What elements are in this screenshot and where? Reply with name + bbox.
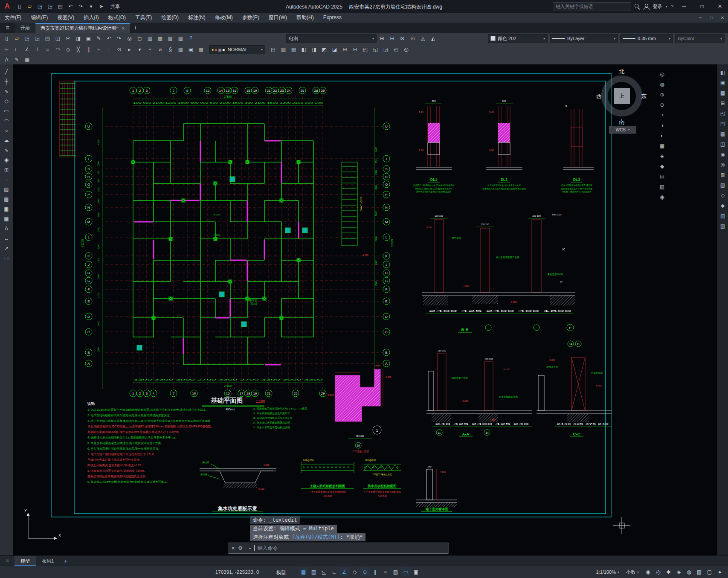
tab-drawing[interactable]: 西安市某27层剪力墙住宅结构设计图* ✕: [35, 23, 131, 33]
user-avatar-icon[interactable]: [644, 3, 650, 10]
viewcube-north[interactable]: 北: [598, 68, 646, 76]
region-icon[interactable]: ▣: [2, 204, 12, 213]
copy-icon[interactable]: ◨: [73, 34, 83, 43]
layer-off-icon[interactable]: ◨: [309, 45, 319, 54]
units-button[interactable]: 小数 ▾: [624, 567, 641, 577]
lineweight-icon[interactable]: ≡: [380, 567, 390, 576]
menu-item-0[interactable]: 文件(F): [0, 13, 26, 23]
doc-restore-icon[interactable]: □: [706, 15, 717, 20]
infer-icon[interactable]: ◺: [319, 567, 329, 576]
tab-model[interactable]: 模型: [15, 556, 36, 566]
model-space-button[interactable]: 模型: [276, 569, 286, 576]
graphics-performance-icon[interactable]: ▧: [694, 568, 704, 577]
command-input-bar[interactable]: ✕ ⚙ ▸ 键入命令: [228, 543, 449, 554]
mirror-icon[interactable]: ◲: [381, 45, 391, 54]
menu-item-4[interactable]: 格式(O): [104, 13, 131, 23]
qnew-icon[interactable]: ▯: [2, 34, 12, 43]
designcenter-icon[interactable]: ▦: [155, 34, 165, 43]
menu-item-12[interactable]: Express: [319, 13, 346, 23]
group-icon[interactable]: ▦: [196, 45, 206, 54]
menu-item-8[interactable]: 修改(M): [210, 13, 238, 23]
menu-item-11[interactable]: 帮助(H): [292, 13, 319, 23]
notification-bell-icon[interactable]: ●: [715, 568, 725, 577]
offset-icon[interactable]: ◵: [401, 45, 411, 54]
maximize-button[interactable]: □: [695, 0, 709, 13]
mtext-icon[interactable]: A: [2, 224, 12, 233]
render-icon[interactable]: ◬: [418, 34, 428, 43]
paste-icon[interactable]: ▣: [84, 34, 93, 43]
move-icon[interactable]: ◰: [360, 45, 370, 54]
properties-icon[interactable]: ▥: [145, 34, 155, 43]
annotate-icon[interactable]: ⊟: [387, 34, 397, 43]
osnap-midpoint-icon[interactable]: ∟: [12, 45, 22, 54]
open-icon[interactable]: ▱: [12, 34, 22, 43]
make-block-icon[interactable]: ⊞: [340, 45, 350, 54]
doc-close-icon[interactable]: ✕: [717, 15, 728, 20]
osnap-angle-icon[interactable]: ∠: [22, 45, 32, 54]
annotation-scale-button[interactable]: 1:1/100% ▾: [593, 567, 622, 577]
share-plane-icon[interactable]: ➤: [96, 2, 106, 11]
new-tab-button[interactable]: +: [131, 23, 141, 33]
new-file-icon[interactable]: ▯: [15, 2, 24, 11]
rectangle-icon[interactable]: ▭: [2, 106, 12, 115]
save-icon[interactable]: ◳: [22, 34, 32, 43]
zoom-out-icon[interactable]: ⊖: [657, 100, 667, 109]
plot-icon[interactable]: ▤: [55, 2, 65, 11]
sheetset-icon[interactable]: ▨: [176, 34, 186, 43]
arc-icon[interactable]: ◠: [2, 116, 12, 125]
region-tool-icon[interactable]: ▣: [186, 45, 196, 54]
osnap-endpoint-icon[interactable]: ⊢: [2, 45, 12, 54]
leader-icon[interactable]: ↗: [2, 244, 12, 253]
search-icon[interactable]: [635, 4, 640, 9]
section-icon[interactable]: §: [165, 45, 175, 54]
preview-icon[interactable]: ◫: [53, 34, 63, 43]
layer-freeze-all-icon[interactable]: ◧: [299, 45, 309, 54]
help-icon[interactable]: ?: [671, 4, 673, 9]
osnap-node-icon[interactable]: ∙: [104, 45, 114, 54]
polygon-icon[interactable]: ◇: [2, 96, 12, 105]
construction-line-icon[interactable]: ┼: [2, 77, 12, 86]
undo-icon[interactable]: ↶: [66, 2, 75, 11]
login-button[interactable]: 登录: [653, 3, 662, 10]
search-input[interactable]: [553, 2, 631, 11]
diamond-icon[interactable]: ◆: [657, 162, 667, 171]
redo-icon[interactable]: ↷: [76, 2, 86, 11]
doc-minimize-icon[interactable]: ─: [695, 15, 706, 20]
quickcalc-icon[interactable]: ⊡: [408, 34, 418, 43]
menu-item-2[interactable]: 视图(V): [52, 13, 79, 23]
viewcube-east[interactable]: 东: [641, 93, 647, 100]
layer-states-icon[interactable]: ▥: [278, 45, 288, 54]
autocad-logo-icon[interactable]: A: [0, 0, 15, 13]
spline-icon[interactable]: ∿: [2, 145, 12, 154]
tolerance-icon[interactable]: ±: [145, 45, 155, 54]
undo-icon[interactable]: ↶: [104, 34, 114, 43]
polyline-icon[interactable]: ∿: [2, 87, 12, 96]
erase-icon[interactable]: ◻: [2, 253, 12, 262]
otrack-icon[interactable]: ∥: [370, 567, 380, 576]
steering-wheel-icon[interactable]: ◎: [657, 70, 667, 78]
menu-item-5[interactable]: 工具(T): [131, 13, 157, 23]
misc-combo[interactable]: 电涧 ▾: [286, 34, 377, 43]
ortho-icon[interactable]: ∟: [329, 567, 339, 576]
workspace-gear-icon[interactable]: ✱: [664, 568, 673, 577]
target-icon[interactable]: ◉: [657, 192, 667, 201]
revcloud-icon[interactable]: ☁: [2, 136, 12, 145]
gem-icon[interactable]: ◈: [657, 151, 667, 160]
annotation-monitor-icon[interactable]: ◈: [674, 568, 684, 577]
viewcube[interactable]: 北 南 西 东 上 WCS ▾: [598, 69, 646, 134]
annotation-visibility-icon[interactable]: ◉: [643, 568, 653, 577]
command-options[interactable]: [放弃(U)/模式(M)]: [292, 534, 340, 540]
tab-close-icon[interactable]: ✕: [122, 26, 125, 31]
menu-item-9[interactable]: 参数(P): [238, 13, 264, 23]
circle-icon[interactable]: ○: [2, 126, 12, 135]
menu-item-7[interactable]: 标注(N): [183, 13, 210, 23]
file-tabs-menu-icon[interactable]: ≡: [0, 23, 15, 33]
pan-icon[interactable]: ◎: [125, 34, 134, 43]
hatch-icon[interactable]: ▨: [2, 185, 12, 194]
layer-isolate-icon[interactable]: ◩: [319, 45, 329, 54]
polar-icon[interactable]: ∠: [339, 567, 349, 576]
layer-unisolate-icon[interactable]: ◪: [330, 45, 339, 54]
linetype-combo[interactable]: ByLayer ▾: [550, 34, 618, 43]
showmotion-icon[interactable]: ◑: [657, 121, 667, 130]
saveas-icon[interactable]: ◲: [32, 34, 42, 43]
